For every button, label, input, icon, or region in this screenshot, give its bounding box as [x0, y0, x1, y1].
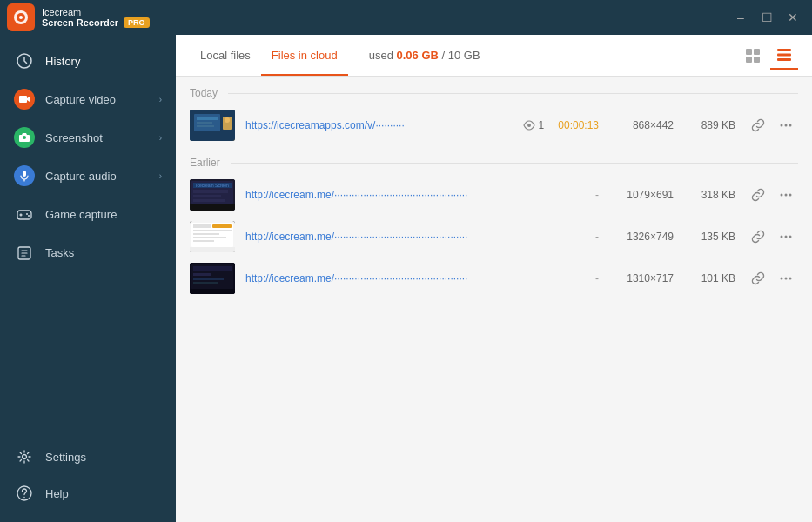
svg-rect-24 — [777, 49, 791, 51]
sidebar-item-capture-audio[interactable]: Capture audio › — [0, 157, 176, 195]
svg-rect-64 — [193, 273, 211, 276]
mic-icon — [14, 165, 35, 186]
file-meta: - 1326×749 135 KB — [595, 231, 735, 243]
svg-rect-29 — [197, 117, 218, 120]
sidebar-item-tasks[interactable]: Tasks — [0, 233, 176, 271]
file-thumbnail — [190, 221, 235, 252]
file-size: 889 KB — [688, 119, 735, 131]
copy-link-button[interactable] — [746, 224, 770, 249]
titlebar-controls: – ☐ ✕ — [728, 5, 805, 30]
svg-point-5 — [23, 136, 26, 139]
svg-point-46 — [781, 194, 783, 197]
file-actions — [746, 183, 798, 207]
svg-rect-54 — [193, 233, 219, 235]
list-view-button[interactable] — [770, 42, 798, 70]
app-window: Icecream Screen Recorder PRO – ☐ ✕ — [0, 0, 812, 522]
gamepad-icon — [14, 204, 35, 224]
svg-rect-25 — [777, 53, 791, 56]
sidebar-label-capture-video: Capture video — [45, 93, 116, 106]
pro-badge: PRO — [124, 17, 150, 28]
grid-view-button[interactable] — [739, 42, 767, 70]
sidebar-item-help[interactable]: Help — [0, 475, 176, 512]
section-divider — [231, 163, 798, 164]
svg-rect-66 — [193, 282, 218, 284]
sidebar-item-capture-video[interactable]: Capture video › — [0, 80, 176, 118]
svg-point-17 — [23, 455, 27, 459]
file-row[interactable]: http://icecream.me/·····················… — [190, 216, 798, 258]
clock-icon — [14, 50, 35, 71]
earlier-label: Earlier — [190, 157, 220, 169]
more-options-button[interactable] — [774, 113, 798, 137]
chevron-right-icon: › — [159, 95, 162, 104]
sidebar-item-game-capture[interactable]: Game capture — [0, 195, 176, 233]
more-options-button[interactable] — [774, 224, 798, 249]
file-row[interactable]: http://icecream.me/·····················… — [190, 258, 798, 299]
minimize-button[interactable]: – — [728, 5, 753, 30]
copy-link-button[interactable] — [746, 183, 770, 207]
svg-point-37 — [789, 124, 792, 127]
video-icon — [14, 89, 35, 110]
tabs-bar: Local files Files in cloud used 0.06 GB … — [176, 35, 812, 77]
file-size: 318 KB — [688, 189, 735, 201]
copy-link-button[interactable] — [746, 113, 770, 137]
svg-point-48 — [789, 194, 792, 197]
svg-text:Icecream Screen: Icecream Screen — [196, 183, 229, 188]
more-options-button[interactable] — [774, 183, 798, 207]
copy-link-button[interactable] — [746, 266, 770, 291]
sidebar-label-game-capture: Game capture — [45, 208, 117, 221]
sidebar-item-settings[interactable]: Settings — [0, 438, 176, 475]
sidebar-item-screenshot[interactable]: Screenshot › — [0, 118, 176, 157]
today-label: Today — [190, 87, 218, 99]
svg-rect-65 — [193, 278, 224, 280]
svg-rect-23 — [754, 57, 760, 63]
tab-files-in-cloud[interactable]: Files in cloud — [261, 37, 348, 76]
help-icon — [14, 483, 35, 504]
svg-rect-55 — [193, 237, 226, 238]
svg-rect-43 — [193, 195, 221, 197]
chevron-right-icon: › — [159, 171, 162, 181]
sidebar-nav: History Capture video › — [0, 35, 176, 432]
file-views: 1 — [523, 119, 545, 131]
svg-rect-45 — [190, 204, 235, 211]
svg-rect-4 — [19, 96, 27, 103]
svg-rect-51 — [193, 224, 211, 228]
file-thumbnail — [190, 110, 235, 141]
file-size: 101 KB — [688, 272, 735, 284]
chevron-right-icon: › — [159, 133, 162, 143]
svg-point-68 — [781, 278, 783, 280]
svg-rect-31 — [197, 125, 214, 127]
file-row[interactable]: https://icecreamapps.com/v/·········· 1 … — [190, 104, 798, 146]
file-dims: 1310×717 — [613, 272, 674, 284]
file-size: 135 KB — [688, 231, 735, 243]
tasks-icon — [14, 242, 35, 263]
svg-rect-42 — [193, 190, 228, 193]
storage-info: used 0.06 GB / 10 GB — [369, 49, 480, 62]
file-url: http://icecream.me/·····················… — [245, 189, 585, 201]
file-url: https://icecreamapps.com/v/·········· — [245, 119, 513, 131]
svg-rect-53 — [193, 230, 232, 231]
more-options-button[interactable] — [774, 266, 798, 291]
earlier-section-header: Earlier — [190, 146, 798, 174]
svg-rect-52 — [212, 224, 232, 228]
maximize-button[interactable]: ☐ — [755, 5, 779, 30]
file-thumbnail: Icecream Screen — [190, 179, 235, 211]
content-area: Local files Files in cloud used 0.06 GB … — [176, 35, 812, 522]
svg-point-11 — [26, 213, 28, 215]
file-no-views: - — [595, 189, 599, 201]
file-actions — [746, 266, 798, 291]
svg-point-36 — [785, 124, 788, 127]
svg-point-58 — [781, 236, 783, 238]
file-row[interactable]: Icecream Screen http://icecream.me/·····… — [190, 174, 798, 216]
file-thumbnail — [190, 263, 235, 294]
app-title-line1: Icecream — [42, 7, 150, 17]
file-actions — [746, 113, 798, 137]
titlebar-left: Icecream Screen Recorder PRO — [0, 3, 150, 31]
svg-point-12 — [28, 215, 30, 217]
sidebar-item-history[interactable]: History — [0, 42, 176, 80]
sidebar-label-settings: Settings — [45, 451, 86, 464]
sidebar-bottom: Settings Help — [0, 432, 176, 522]
close-button[interactable]: ✕ — [781, 5, 805, 30]
tab-local-files[interactable]: Local files — [190, 37, 261, 76]
titlebar: Icecream Screen Recorder PRO – ☐ ✕ — [0, 0, 812, 35]
svg-rect-26 — [777, 58, 791, 61]
